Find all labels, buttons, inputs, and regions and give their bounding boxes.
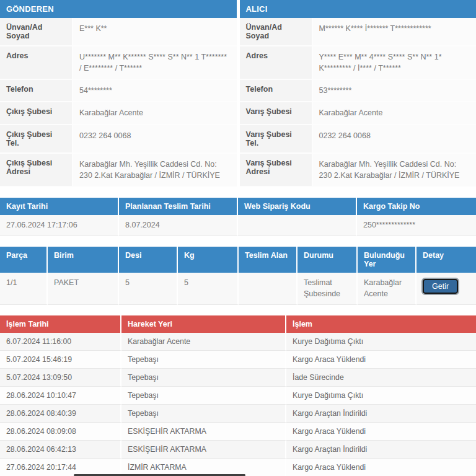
dest-branch-value: Karabağlar Acente	[313, 102, 476, 123]
table-row: Varış Şubesi Tel. 0232 264 0068	[240, 125, 476, 154]
status-value: Teslimat Şubesinde	[298, 273, 358, 305]
table-row: Adres Y**** E*** M** 4**** S**** S** N**…	[240, 46, 476, 80]
history-action: Kargo Araca Yüklendi	[286, 351, 476, 369]
receiver-phone-label: Telefon	[240, 80, 313, 101]
history-place: Tepebaşı	[121, 405, 286, 423]
history-place: Tepebaşı	[121, 369, 286, 387]
location-header: Bulunduğu Yer	[358, 247, 416, 273]
movement-history-table: İşlem Tarihi Hareket Yeri İşlem 6.07.202…	[0, 315, 476, 476]
sender-address-value: U******* M** K****** S**** S** N** 1 T**…	[73, 46, 237, 79]
dest-branch-label: Varış Şubesi	[240, 102, 313, 123]
desi-value: 5	[119, 273, 178, 305]
table-row: Varış Şubesi Adresi Karabağlar Mh. Yeşil…	[240, 154, 476, 187]
table-row: Telefon 54********	[0, 80, 237, 102]
history-place: ESKİŞEHİR AKTARMA	[121, 423, 286, 441]
process-header: İşlem	[286, 315, 476, 333]
piece-header: Parça	[0, 247, 48, 273]
table-row: Adres U******* M** K****** S**** S** N**…	[0, 46, 237, 80]
kg-value: 5	[178, 273, 239, 305]
history-date: 6.07.2024 11:16:00	[0, 333, 121, 351]
table-row: 1/1 PAKET 5 5 Teslimat Şubesinde Karabağ…	[0, 273, 476, 305]
dest-branch-address-label: Varış Şubesi Adresi	[240, 154, 313, 186]
unit-header: Birim	[48, 247, 119, 273]
received-by-value	[239, 273, 298, 305]
history-row: 5.07.2024 13:09:50 Tepebaşı İade Sürecin…	[0, 369, 476, 387]
sender-phone-value: 54********	[73, 80, 237, 101]
history-row: 28.06.2024 08:40:39 Tepebaşı Kargo Araçt…	[0, 405, 476, 423]
receiver-panel-title: ALICI	[240, 0, 476, 18]
history-row: 5.07.2024 15:46:19 Tepebaşı Kargo Araca …	[0, 351, 476, 369]
history-row: 28.06.2024 10:10:47 Tepebaşı Kurye Dağıt…	[0, 387, 476, 405]
planned-delivery-header: Planlanan Teslim Tarihi	[119, 198, 238, 215]
receiver-name-label: Ünvan/Ad Soyad	[240, 18, 313, 45]
table-row: Çıkış Şubesi Tel. 0232 264 0068	[0, 125, 237, 154]
record-date-value: 27.06.2024 17:17:06	[0, 215, 119, 237]
desi-header: Desi	[119, 247, 178, 273]
unit-value: PAKET	[48, 273, 119, 305]
history-action: Kargo Araca Yüklendi	[286, 423, 476, 441]
sender-phone-label: Telefon	[0, 80, 73, 101]
origin-branch-tel-value: 0232 264 0068	[73, 125, 237, 152]
web-order-code-value	[238, 215, 357, 237]
piece-table: Parça Birim Desi Kg Teslim Alan Durumu B…	[0, 247, 476, 305]
table-row: Çıkış Şubesi Adresi Karabağlar Mh. Yeşil…	[0, 154, 237, 187]
piece-value: 1/1	[0, 273, 48, 305]
table-row: Telefon 53********	[240, 80, 476, 102]
history-row: 28.06.2024 06:42:13 ESKİŞEHİR AKTARMA Ka…	[0, 441, 476, 459]
shipment-summary-table: Kayıt Tarihi Planlanan Teslim Tarihi Web…	[0, 198, 476, 237]
receiver-phone-value: 53********	[313, 80, 476, 101]
table-row: Ünvan/Ad Soyad M****** K**** İ******* T*…	[240, 18, 476, 46]
table-row: Ünvan/Ad Soyad E*** K**	[0, 18, 237, 46]
receiver-panel: ALICI Ünvan/Ad Soyad M****** K**** İ****…	[240, 0, 476, 187]
history-date: 27.06.2024 20:17:44	[0, 459, 121, 476]
dest-branch-tel-label: Varış Şubesi Tel.	[240, 125, 313, 152]
sender-name-value: E*** K**	[73, 18, 237, 45]
history-row: 28.06.2024 08:09:08 ESKİŞEHİR AKTARMA Ka…	[0, 423, 476, 441]
status-header: Durumu	[298, 247, 358, 273]
history-place: Tepebaşı	[121, 351, 286, 369]
history-action: Kargo Araçtan İndirildi	[286, 441, 476, 459]
dest-branch-address-value: Karabağlar Mh. Yeşillik Caddesi Cd. No: …	[313, 154, 476, 186]
history-place: Karabağlar Acente	[121, 333, 286, 351]
history-row: 6.07.2024 11:16:00 Karabağlar Acente Kur…	[0, 333, 476, 351]
table-row: Varış Şubesi Karabağlar Acente	[240, 102, 476, 125]
sender-receiver-section: GÖNDEREN Ünvan/Ad Soyad E*** K** Adres U…	[0, 0, 476, 187]
receiver-address-label: Adres	[240, 46, 313, 79]
history-row: 27.06.2024 20:17:44 İZMİR AKTARMA Kargo …	[0, 459, 476, 476]
sender-name-label: Ünvan/Ad Soyad	[0, 18, 73, 45]
detail-cell: Getir	[416, 273, 476, 305]
history-action: İade Sürecinde	[286, 369, 476, 387]
history-date: 28.06.2024 08:40:39	[0, 405, 121, 423]
getir-button[interactable]: Getir	[423, 279, 458, 294]
web-order-code-header: Web Sipariş Kodu	[238, 198, 357, 215]
movement-place-header: Hareket Yeri	[121, 315, 286, 333]
piece-header-row: Parça Birim Desi Kg Teslim Alan Durumu B…	[0, 247, 476, 273]
history-action: Kargo Araçtan İndirildi	[286, 405, 476, 423]
history-date: 28.06.2024 10:10:47	[0, 387, 121, 405]
history-date: 5.07.2024 15:46:19	[0, 351, 121, 369]
history-action: Kargo Araca Yüklendi	[286, 459, 476, 476]
receiver-address-value: Y**** E*** M** 4**** S**** S** N** 1* K*…	[313, 46, 476, 79]
origin-branch-label: Çıkış Şubesi	[0, 102, 73, 123]
history-date: 5.07.2024 13:09:50	[0, 369, 121, 387]
location-value: Karabağlar Acente	[358, 273, 416, 305]
history-action: Kurye Dağıtıma Çıktı	[286, 333, 476, 351]
sender-address-label: Adres	[0, 46, 73, 79]
dest-branch-tel-value: 0232 264 0068	[313, 125, 476, 152]
history-place: İZMİR AKTARMA	[121, 459, 286, 476]
tracking-no-value: 250*************	[357, 215, 476, 237]
history-place: Tepebaşı	[121, 387, 286, 405]
receiver-name-value: M****** K**** İ******* T************	[313, 18, 476, 45]
history-header-row: İşlem Tarihi Hareket Yeri İşlem	[0, 315, 476, 333]
history-date: 28.06.2024 06:42:13	[0, 441, 121, 459]
planned-delivery-value: 8.07.2024	[119, 215, 238, 237]
sender-panel-title: GÖNDEREN	[0, 0, 237, 18]
history-action: Kurye Dağıtıma Çıktı	[286, 387, 476, 405]
process-date-header: İşlem Tarihi	[0, 315, 121, 333]
record-date-header: Kayıt Tarihi	[0, 198, 119, 215]
history-date: 28.06.2024 08:09:08	[0, 423, 121, 441]
origin-branch-address-label: Çıkış Şubesi Adresi	[0, 154, 73, 186]
detail-header: Detay	[416, 247, 476, 273]
history-place: ESKİŞEHİR AKTARMA	[121, 441, 286, 459]
origin-branch-value: Karabağlar Acente	[73, 102, 237, 123]
